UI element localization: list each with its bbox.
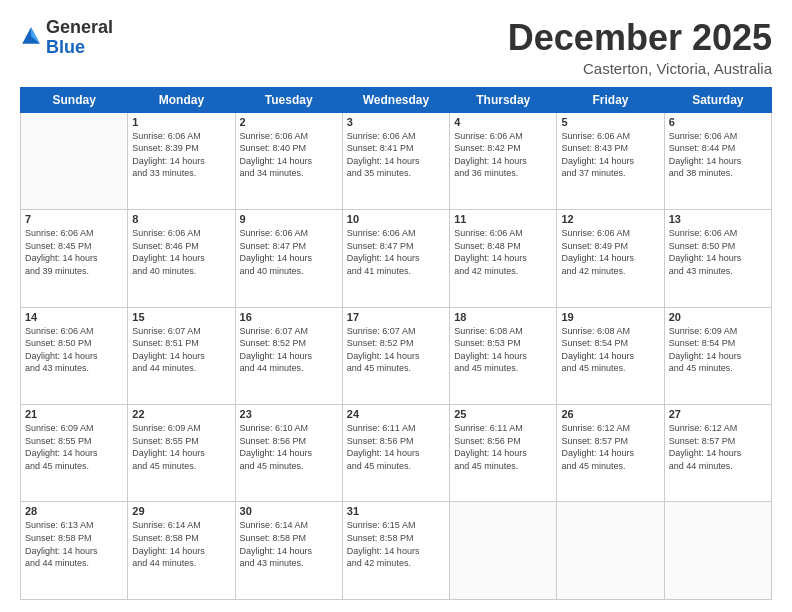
day-info: Sunrise: 6:12 AM Sunset: 8:57 PM Dayligh… — [561, 422, 659, 472]
table-row: 11Sunrise: 6:06 AM Sunset: 8:48 PM Dayli… — [450, 210, 557, 307]
day-number: 5 — [561, 116, 659, 128]
logo-blue: Blue — [46, 37, 85, 57]
header-wednesday: Wednesday — [342, 87, 449, 112]
day-number: 13 — [669, 213, 767, 225]
day-info: Sunrise: 6:06 AM Sunset: 8:41 PM Dayligh… — [347, 130, 445, 180]
day-number: 24 — [347, 408, 445, 420]
table-row: 1Sunrise: 6:06 AM Sunset: 8:39 PM Daylig… — [128, 112, 235, 209]
logo-icon — [20, 25, 42, 47]
table-row: 9Sunrise: 6:06 AM Sunset: 8:47 PM Daylig… — [235, 210, 342, 307]
table-row: 16Sunrise: 6:07 AM Sunset: 8:52 PM Dayli… — [235, 307, 342, 404]
day-info: Sunrise: 6:06 AM Sunset: 8:46 PM Dayligh… — [132, 227, 230, 277]
day-number: 3 — [347, 116, 445, 128]
table-row: 12Sunrise: 6:06 AM Sunset: 8:49 PM Dayli… — [557, 210, 664, 307]
day-info: Sunrise: 6:09 AM Sunset: 8:55 PM Dayligh… — [132, 422, 230, 472]
header-friday: Friday — [557, 87, 664, 112]
header-saturday: Saturday — [664, 87, 771, 112]
day-number: 4 — [454, 116, 552, 128]
day-info: Sunrise: 6:15 AM Sunset: 8:58 PM Dayligh… — [347, 519, 445, 569]
day-info: Sunrise: 6:06 AM Sunset: 8:45 PM Dayligh… — [25, 227, 123, 277]
day-info: Sunrise: 6:08 AM Sunset: 8:53 PM Dayligh… — [454, 325, 552, 375]
table-row — [557, 502, 664, 600]
location-subtitle: Casterton, Victoria, Australia — [508, 60, 772, 77]
table-row: 8Sunrise: 6:06 AM Sunset: 8:46 PM Daylig… — [128, 210, 235, 307]
day-number: 16 — [240, 311, 338, 323]
page: General Blue December 2025 Casterton, Vi… — [0, 0, 792, 612]
day-number: 9 — [240, 213, 338, 225]
logo-text: General Blue — [46, 18, 113, 58]
day-info: Sunrise: 6:06 AM Sunset: 8:39 PM Dayligh… — [132, 130, 230, 180]
day-info: Sunrise: 6:07 AM Sunset: 8:51 PM Dayligh… — [132, 325, 230, 375]
day-info: Sunrise: 6:08 AM Sunset: 8:54 PM Dayligh… — [561, 325, 659, 375]
day-number: 7 — [25, 213, 123, 225]
day-info: Sunrise: 6:09 AM Sunset: 8:54 PM Dayligh… — [669, 325, 767, 375]
day-info: Sunrise: 6:06 AM Sunset: 8:50 PM Dayligh… — [25, 325, 123, 375]
header-tuesday: Tuesday — [235, 87, 342, 112]
day-number: 26 — [561, 408, 659, 420]
day-number: 28 — [25, 505, 123, 517]
table-row: 20Sunrise: 6:09 AM Sunset: 8:54 PM Dayli… — [664, 307, 771, 404]
day-info: Sunrise: 6:11 AM Sunset: 8:56 PM Dayligh… — [347, 422, 445, 472]
table-row: 29Sunrise: 6:14 AM Sunset: 8:58 PM Dayli… — [128, 502, 235, 600]
header: General Blue December 2025 Casterton, Vi… — [20, 18, 772, 77]
table-row: 27Sunrise: 6:12 AM Sunset: 8:57 PM Dayli… — [664, 405, 771, 502]
day-info: Sunrise: 6:07 AM Sunset: 8:52 PM Dayligh… — [347, 325, 445, 375]
header-monday: Monday — [128, 87, 235, 112]
table-row — [21, 112, 128, 209]
calendar-week-row: 14Sunrise: 6:06 AM Sunset: 8:50 PM Dayli… — [21, 307, 772, 404]
weekday-header-row: Sunday Monday Tuesday Wednesday Thursday… — [21, 87, 772, 112]
day-number: 18 — [454, 311, 552, 323]
day-info: Sunrise: 6:06 AM Sunset: 8:44 PM Dayligh… — [669, 130, 767, 180]
day-info: Sunrise: 6:09 AM Sunset: 8:55 PM Dayligh… — [25, 422, 123, 472]
table-row — [450, 502, 557, 600]
table-row: 14Sunrise: 6:06 AM Sunset: 8:50 PM Dayli… — [21, 307, 128, 404]
day-info: Sunrise: 6:06 AM Sunset: 8:48 PM Dayligh… — [454, 227, 552, 277]
day-info: Sunrise: 6:14 AM Sunset: 8:58 PM Dayligh… — [132, 519, 230, 569]
header-sunday: Sunday — [21, 87, 128, 112]
day-number: 23 — [240, 408, 338, 420]
logo-general: General — [46, 17, 113, 37]
table-row: 15Sunrise: 6:07 AM Sunset: 8:51 PM Dayli… — [128, 307, 235, 404]
day-info: Sunrise: 6:12 AM Sunset: 8:57 PM Dayligh… — [669, 422, 767, 472]
day-number: 1 — [132, 116, 230, 128]
day-info: Sunrise: 6:10 AM Sunset: 8:56 PM Dayligh… — [240, 422, 338, 472]
table-row: 2Sunrise: 6:06 AM Sunset: 8:40 PM Daylig… — [235, 112, 342, 209]
day-info: Sunrise: 6:06 AM Sunset: 8:47 PM Dayligh… — [240, 227, 338, 277]
day-number: 6 — [669, 116, 767, 128]
header-thursday: Thursday — [450, 87, 557, 112]
calendar-week-row: 28Sunrise: 6:13 AM Sunset: 8:58 PM Dayli… — [21, 502, 772, 600]
table-row: 26Sunrise: 6:12 AM Sunset: 8:57 PM Dayli… — [557, 405, 664, 502]
day-number: 17 — [347, 311, 445, 323]
table-row: 22Sunrise: 6:09 AM Sunset: 8:55 PM Dayli… — [128, 405, 235, 502]
day-number: 29 — [132, 505, 230, 517]
title-block: December 2025 Casterton, Victoria, Austr… — [508, 18, 772, 77]
day-info: Sunrise: 6:06 AM Sunset: 8:40 PM Dayligh… — [240, 130, 338, 180]
day-number: 8 — [132, 213, 230, 225]
day-number: 14 — [25, 311, 123, 323]
day-number: 11 — [454, 213, 552, 225]
logo: General Blue — [20, 18, 113, 58]
table-row: 10Sunrise: 6:06 AM Sunset: 8:47 PM Dayli… — [342, 210, 449, 307]
day-number: 10 — [347, 213, 445, 225]
table-row: 28Sunrise: 6:13 AM Sunset: 8:58 PM Dayli… — [21, 502, 128, 600]
table-row: 18Sunrise: 6:08 AM Sunset: 8:53 PM Dayli… — [450, 307, 557, 404]
day-number: 27 — [669, 408, 767, 420]
day-info: Sunrise: 6:07 AM Sunset: 8:52 PM Dayligh… — [240, 325, 338, 375]
day-number: 20 — [669, 311, 767, 323]
day-number: 15 — [132, 311, 230, 323]
table-row: 3Sunrise: 6:06 AM Sunset: 8:41 PM Daylig… — [342, 112, 449, 209]
day-info: Sunrise: 6:06 AM Sunset: 8:49 PM Dayligh… — [561, 227, 659, 277]
table-row: 24Sunrise: 6:11 AM Sunset: 8:56 PM Dayli… — [342, 405, 449, 502]
table-row: 31Sunrise: 6:15 AM Sunset: 8:58 PM Dayli… — [342, 502, 449, 600]
table-row: 25Sunrise: 6:11 AM Sunset: 8:56 PM Dayli… — [450, 405, 557, 502]
day-number: 30 — [240, 505, 338, 517]
day-info: Sunrise: 6:11 AM Sunset: 8:56 PM Dayligh… — [454, 422, 552, 472]
table-row: 13Sunrise: 6:06 AM Sunset: 8:50 PM Dayli… — [664, 210, 771, 307]
calendar-week-row: 7Sunrise: 6:06 AM Sunset: 8:45 PM Daylig… — [21, 210, 772, 307]
calendar-table: Sunday Monday Tuesday Wednesday Thursday… — [20, 87, 772, 600]
day-number: 21 — [25, 408, 123, 420]
table-row: 30Sunrise: 6:14 AM Sunset: 8:58 PM Dayli… — [235, 502, 342, 600]
table-row: 7Sunrise: 6:06 AM Sunset: 8:45 PM Daylig… — [21, 210, 128, 307]
table-row: 6Sunrise: 6:06 AM Sunset: 8:44 PM Daylig… — [664, 112, 771, 209]
table-row: 4Sunrise: 6:06 AM Sunset: 8:42 PM Daylig… — [450, 112, 557, 209]
